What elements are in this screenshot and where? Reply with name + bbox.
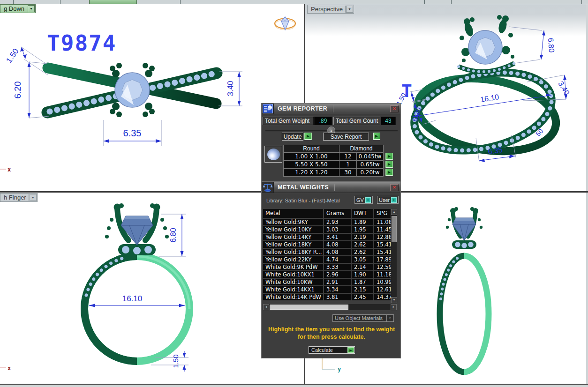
scroll-up-icon[interactable]: ▲ bbox=[391, 209, 397, 215]
gem-row-go-icon[interactable]: ▶ bbox=[385, 153, 393, 160]
vertical-scrollbar[interactable]: ▲ ▼ bbox=[391, 209, 397, 303]
gem-size[interactable]: 1.20 X 1.20 bbox=[284, 169, 339, 176]
metal-row[interactable]: White Gold:10KW2.911.8710.99 bbox=[263, 279, 397, 285]
metal-row[interactable]: Yellow Gold:18KY4.082.6215.41 bbox=[263, 241, 397, 248]
metal-row[interactable]: Yellow Gold:9KY2.931.8911.08 bbox=[263, 219, 397, 225]
caption-label: Perspective bbox=[311, 6, 345, 13]
total-gem-count-label: Total Gem Count bbox=[333, 117, 380, 125]
ring-perspective-view bbox=[407, 15, 561, 163]
metal-row[interactable]: White Gold:10KX12.961.9011.18 bbox=[263, 271, 397, 278]
viewport-through-finger-canvas[interactable]: 6.80 16.10 1.50 x bbox=[0, 193, 304, 383]
metal-weights-panel: METAL WEIGHTS ✕ Library: Satin Blur - (F… bbox=[261, 182, 401, 358]
metal-weights-title: METAL WEIGHTS bbox=[274, 184, 329, 191]
top-toolbar-strip bbox=[0, 0, 588, 4]
viewport-looking-down-canvas[interactable]: T9874 1.50 6.20 3.40 6.35 bbox=[0, 4, 304, 191]
update-go-icon[interactable]: ▶ bbox=[304, 133, 312, 140]
x-axis-label: x bbox=[8, 365, 11, 372]
hint-line-2: for then press calculate. bbox=[262, 333, 401, 341]
metal-weights-icon bbox=[262, 182, 274, 193]
user-button[interactable]: User I bbox=[377, 196, 399, 204]
calculate-go-icon: ▶ bbox=[347, 347, 354, 353]
caption-label: g Down bbox=[4, 5, 27, 12]
gem-count[interactable]: 30 bbox=[339, 169, 356, 176]
update-button[interactable]: Update bbox=[282, 133, 303, 141]
gem-reporter-header[interactable]: GEM REPORTER ✕ bbox=[262, 104, 400, 114]
metal-row[interactable]: Yellow Gold:10KY3.031.9511.45 bbox=[263, 226, 397, 233]
gv-label: GV bbox=[356, 197, 364, 203]
ring-logo-icon bbox=[275, 17, 295, 30]
chevron-down-icon[interactable]: ▼ bbox=[30, 194, 37, 201]
scroll-down-icon[interactable]: ▼ bbox=[391, 297, 397, 303]
metal-row[interactable]: White Gold:14K PdW3.812.4514.37 bbox=[263, 294, 397, 300]
gem-image bbox=[267, 149, 280, 160]
gem-row-go-icon[interactable]: ▶ bbox=[385, 161, 393, 168]
gem-count[interactable]: 12 bbox=[339, 153, 356, 160]
chevron-down-icon[interactable]: ▼ bbox=[346, 6, 353, 13]
gem-row-go-icon[interactable]: ▶ bbox=[385, 169, 393, 176]
scroll-thumb[interactable] bbox=[392, 216, 397, 242]
ring-top-view bbox=[47, 63, 217, 117]
y-axis-label: y bbox=[338, 366, 341, 372]
metal-weights-header[interactable]: METAL WEIGHTS ✕ bbox=[262, 182, 400, 193]
use-object-materials-dropdown[interactable]: Use Object Materials ○ bbox=[332, 314, 394, 322]
library-label: Library: Satin Blur - (Fast)-Metal bbox=[266, 198, 339, 203]
metal-row[interactable]: White Gold:9K PdW3.332.1412.59 bbox=[263, 264, 397, 270]
chevron-down-icon[interactable]: ▼ bbox=[28, 5, 35, 12]
calculate-button[interactable]: Calculate ▶ bbox=[309, 346, 355, 354]
calculate-label: Calculate bbox=[309, 347, 347, 353]
user-indicator-icon: I bbox=[391, 197, 397, 203]
col-grams[interactable]: Grams bbox=[324, 209, 351, 218]
ring-front-view bbox=[440, 207, 489, 372]
model-number-label: T9874 bbox=[47, 30, 116, 56]
scroll-left-icon[interactable]: ◄ bbox=[263, 304, 269, 310]
dim-spread: 6.20 bbox=[13, 82, 23, 99]
viewport-caption-looking-down[interactable]: g Down ▼ bbox=[0, 4, 36, 13]
scroll-right-icon[interactable]: ► bbox=[391, 304, 397, 310]
gem-col-type-header: Diamond bbox=[339, 145, 383, 152]
gem-reporter-panel: GEM REPORTER ✕ Total Gem Weight .89 Tota… bbox=[261, 103, 401, 182]
gem-weight[interactable]: 0.65tw bbox=[357, 161, 383, 168]
metal-row[interactable]: Yellow Gold:18KY R...4.082.6215.41 bbox=[263, 249, 397, 255]
viewport-caption-through-finger[interactable]: h Finger ▼ bbox=[0, 193, 38, 202]
gem-count[interactable]: 1 bbox=[339, 161, 356, 168]
dim-diameter: 16.10 bbox=[122, 294, 143, 303]
dim-thickness: 1.50 bbox=[172, 354, 180, 368]
dim-head-height: 6.80 bbox=[547, 37, 556, 53]
dim-thickness: 1.50 bbox=[4, 47, 20, 65]
radio-icon[interactable]: ○ bbox=[386, 315, 393, 321]
col-metal[interactable]: Metal bbox=[263, 209, 323, 218]
gem-size[interactable]: 1.00 X 1.00 bbox=[284, 153, 339, 160]
save-report-button[interactable]: Save Report bbox=[323, 133, 369, 141]
close-icon[interactable]: ✕ bbox=[390, 184, 399, 191]
metal-row[interactable]: White Gold:14KX13.342.1512.61 bbox=[263, 286, 397, 293]
user-label: User bbox=[379, 197, 390, 203]
metal-table[interactable]: Metal Grams DWT SPG Yellow Gold:9KY2.931… bbox=[263, 209, 397, 303]
collapse-up-icon: ▲ bbox=[330, 129, 333, 132]
use-object-materials-label: Use Object Materials bbox=[333, 315, 386, 321]
dim-diameter: 16.10 bbox=[480, 93, 499, 104]
horizontal-scrollbar[interactable]: ◄ ► bbox=[263, 304, 397, 310]
gem-weight[interactable]: 0.045tw bbox=[357, 153, 383, 160]
save-report-go-icon[interactable]: ▶ bbox=[373, 133, 380, 140]
x-axis-label: x bbox=[8, 166, 11, 173]
gv-button[interactable]: GV I bbox=[354, 196, 373, 204]
scroll-thumb[interactable] bbox=[270, 305, 348, 310]
viewport-caption-perspective[interactable]: Perspective ▼ bbox=[307, 5, 354, 14]
gem-table[interactable]: Round Diamond 1.00 X 1.00 12 0.045tw 5.5… bbox=[283, 145, 384, 177]
metal-row[interactable]: Yellow Gold:14KY3.412.1912.88 bbox=[263, 234, 397, 240]
dim-center-width: 6.35 bbox=[123, 128, 142, 138]
gem-weight[interactable]: 0.20tw bbox=[357, 169, 383, 176]
hint-line-1: Highlight the item you want to find the … bbox=[262, 326, 401, 333]
gem-reporter-icon bbox=[262, 104, 274, 114]
col-dwt[interactable]: DWT bbox=[352, 209, 373, 218]
axis-indicator: x bbox=[0, 365, 11, 372]
gem-size[interactable]: 5.50 X 5.50 bbox=[284, 161, 339, 168]
metal-row[interactable]: Yellow Gold:22KY4.743.0517.89 bbox=[263, 256, 397, 263]
total-gem-weight-label: Total Gem Weight bbox=[263, 117, 314, 125]
gem-thumbnail bbox=[264, 146, 282, 163]
center-gem bbox=[452, 218, 476, 240]
close-icon[interactable]: ✕ bbox=[390, 105, 399, 112]
active-tab-fragment[interactable] bbox=[89, 0, 137, 4]
caption-label: h Finger bbox=[4, 194, 29, 201]
gv-indicator-icon: I bbox=[365, 197, 371, 203]
